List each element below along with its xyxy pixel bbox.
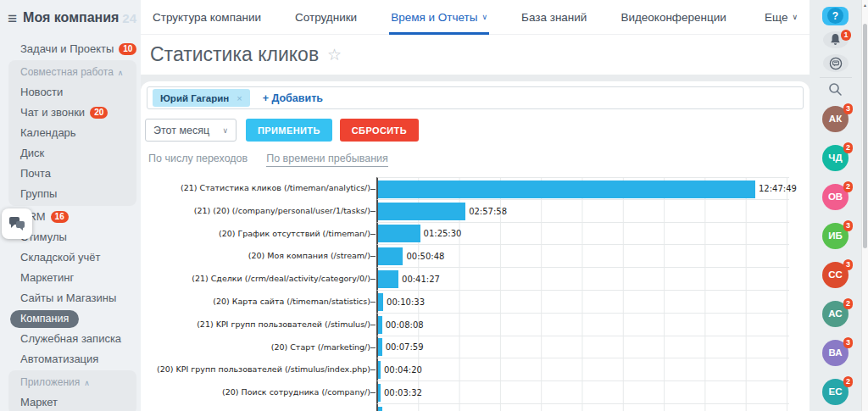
sidebar-item[interactable]: Сайты и Магазины [0,288,141,308]
chart-rows: (21) Статистика кликов (/timeman/analyti… [141,177,810,411]
scroll-up-arrow-icon[interactable]: ▲ [862,3,868,8]
controls-row: Этот месяц ∨ ПРИМЕНИТЬ СБРОСИТЬ [145,119,804,142]
page-scrollbar[interactable]: ▲ [861,0,868,411]
chevron-down-icon: ∨ [222,126,228,135]
help-button[interactable]: ? [822,7,849,25]
sidebar-item[interactable]: Приложения∧ [8,372,136,392]
remove-tag-icon[interactable]: × [236,93,242,103]
user-avatar[interactable]: ЧД 2 [822,145,849,171]
sidebar-item[interactable]: Служебная записка [0,329,141,349]
chart-row-label: (20) Старт (/marketing/) [141,336,376,359]
chat-bubbles-icon [8,216,25,231]
chart-row: (20) KPI групп пользователей (/stimulus/… [141,358,810,381]
scrollbar-thumb[interactable] [863,24,867,248]
chart-row-label: (20) Моя компания (/stream/) [141,245,376,268]
chart-row [141,404,810,411]
user-avatar[interactable]: ЕС 2 [822,379,849,405]
messenger-button[interactable] [823,54,849,72]
sidebar-item[interactable]: Диск [8,143,136,164]
axis-tick [370,302,376,303]
chart-tab[interactable]: По времени пребывания [266,153,388,167]
chart-row-plot: 12:47:49 [376,177,789,200]
sidebar-item[interactable]: Новости [8,82,136,103]
sidebar-item[interactable]: Чат и звонки20 [8,103,136,123]
sidebar-header: ≡ Моя компания 24 [0,0,141,36]
user-avatar[interactable]: ВА 3 [822,340,849,366]
add-filter-button[interactable]: + Добавить [263,92,323,104]
nav-item[interactable]: Видеоконференции [620,0,726,35]
nav-item[interactable]: База знаний [521,0,587,35]
favorite-star-icon[interactable]: ☆ [327,45,342,64]
chevron-up-icon: ∧ [118,69,124,77]
sidebar-item[interactable]: Совместная работа∧ [8,62,136,82]
nav-item[interactable]: Время и Отчеты∨ [391,0,487,35]
chart-bar-value: 00:07:59 [386,342,424,352]
axis-tick [370,234,376,235]
sidebar-group: Совместная работа∧ Новости Чат и звонки2… [8,60,136,206]
page-header: Статистика кликов ☆ [141,35,810,75]
brand-suffix: 24 [122,11,136,25]
user-avatar[interactable]: ОВ 2 [822,184,849,210]
sidebar-item[interactable]: Автоматизация [0,349,141,369]
user-avatar[interactable]: ИБ 3 [822,223,849,249]
nav-item-more[interactable]: Еще∨ [765,0,798,35]
chart-tab[interactable]: По числу переходов [148,153,248,167]
chart-bar-value: 00:50:48 [406,252,444,261]
sidebar-item[interactable]: Календарь [8,123,136,143]
sidebar-item[interactable]: Группы [8,184,136,204]
user-avatar[interactable]: СС 3 [822,262,849,288]
sidebar-item[interactable]: Складской учёт [0,247,141,268]
rail-avatars: АК 3 ЧД 2 ОВ 2 ИБ 3 СС 3 АС 2 ВА 3 ЕС 2 [822,99,849,411]
chart-row: (21) Сделки (/crm/deal/activity/category… [141,268,810,291]
company-name[interactable]: Моя компания [23,10,119,25]
chart-row: (21) Статистика кликов (/timeman/analyti… [141,177,810,200]
sidebar-item[interactable]: Компания [0,308,141,329]
chart-row-plot: 00:41:27 [376,268,789,291]
period-select[interactable]: Этот месяц ∨ [145,119,236,142]
notifications-button[interactable]: 1 [823,31,849,49]
chat-widget-button[interactable] [2,208,32,239]
chart-row-plot: 00:03:32 [376,381,789,404]
sidebar-item[interactable]: Маркет [8,392,136,411]
bell-icon [829,33,842,47]
chevron-down-icon: ∨ [792,13,798,21]
chart-row-plot: 00:10:33 [376,291,789,314]
chart-row-plot: 01:25:30 [376,223,789,246]
avatar-badge: 2 [843,142,853,153]
user-avatar[interactable]: АС 2 [822,301,849,327]
sidebar-item[interactable]: Маркетинг [0,268,141,288]
filter-search-box[interactable]: Юрий Гагарин × + Добавить [147,86,804,109]
filter-tag-user[interactable]: Юрий Гагарин × [153,89,250,107]
sidebar-item[interactable]: Задачи и Проекты10 [0,39,141,59]
avatar-badge: 2 [843,298,853,309]
user-avatar[interactable]: АК 3 [822,106,849,132]
page-title: Статистика кликов [150,43,319,66]
chart-row-label: (20) График отсутствий (/timeman/) [141,223,376,246]
hamburger-menu-icon[interactable]: ≡ [8,10,17,26]
chart-row-plot: 00:50:48 [376,245,789,268]
axis-tick [370,279,376,280]
tabs: По числу переходовПо времени пребывания [148,153,804,167]
main-area: Структура компании Сотрудники Время и От… [141,0,810,411]
chart-bar [378,203,465,220]
nav-item[interactable]: Структура компании [153,0,261,35]
nav-item[interactable]: Сотрудники [295,0,357,35]
chart-bar [378,247,403,265]
chart-row: (21) KPI групп пользователей (/stimulus/… [141,314,810,336]
chart-row-plot: 00:07:59 [376,336,789,359]
counter-badge: 10 [119,43,136,55]
apply-button[interactable]: ПРИМЕНИТЬ [246,119,332,142]
chart-row-label: (20) Карта сайта (/timeman/statistics) [141,291,376,314]
sidebar-item[interactable]: Почта [8,164,136,184]
axis-tick [370,256,376,257]
chart-row-plot: 00:08:08 [376,314,789,336]
chart-bar-value: 01:25:30 [424,229,462,238]
chart-row-plot [376,404,789,411]
search-button[interactable] [823,82,849,97]
chart-bar [378,293,383,311]
reset-button[interactable]: СБРОСИТЬ [340,119,419,142]
avatar-badge: 2 [843,376,853,387]
chevron-down-icon: ∨ [481,13,487,21]
chart-row: (20) График отсутствий (/timeman/) 01:25… [141,223,810,246]
chart-bar-value: 00:04:20 [384,365,422,375]
